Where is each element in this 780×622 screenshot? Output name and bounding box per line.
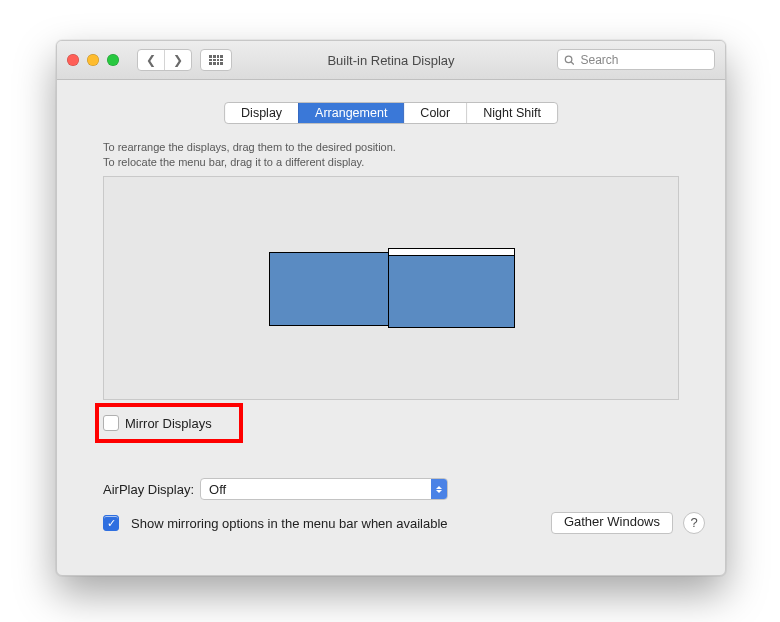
preferences-window: ❮ ❯ Built-in Retina Display [56, 40, 726, 576]
close-window-button[interactable] [67, 54, 79, 66]
search-input[interactable] [578, 52, 708, 68]
show-all-button[interactable] [200, 49, 232, 71]
show-mirroring-label: Show mirroring options in the menu bar w… [131, 516, 448, 531]
tab-arrangement[interactable]: Arrangement [298, 103, 403, 123]
svg-point-0 [565, 56, 572, 63]
display-primary[interactable] [388, 248, 515, 328]
gather-windows-button[interactable]: Gather Windows [551, 512, 673, 534]
chevron-right-icon: ❯ [173, 53, 183, 67]
forward-button[interactable]: ❯ [164, 50, 191, 70]
arrangement-well[interactable] [103, 176, 679, 400]
help-button[interactable]: ? [683, 512, 705, 534]
chevron-left-icon: ❮ [146, 53, 156, 67]
mirror-displays-label: Mirror Displays [125, 416, 212, 431]
grid-icon [209, 55, 223, 65]
titlebar: ❮ ❯ Built-in Retina Display [57, 41, 725, 80]
search-field-wrapper[interactable] [557, 49, 715, 70]
window-controls [67, 54, 119, 66]
hint-line-2: To relocate the menu bar, drag it to a d… [103, 155, 396, 170]
svg-line-1 [571, 61, 574, 64]
zoom-window-button[interactable] [107, 54, 119, 66]
arrangement-hint: To rearrange the displays, drag them to … [103, 140, 396, 170]
tab-color[interactable]: Color [403, 103, 466, 123]
tabs: Display Arrangement Color Night Shift [224, 102, 558, 124]
tab-night-shift[interactable]: Night Shift [466, 103, 557, 123]
search-icon [564, 54, 574, 66]
minimize-window-button[interactable] [87, 54, 99, 66]
show-mirroring-checkbox[interactable] [103, 515, 119, 531]
airplay-popup[interactable]: Off [200, 478, 448, 500]
display-menubar[interactable] [389, 249, 514, 256]
display-secondary[interactable] [269, 252, 389, 326]
popup-stepper-icon [431, 479, 447, 499]
mirror-displays-checkbox[interactable] [103, 415, 119, 431]
hint-line-1: To rearrange the displays, drag them to … [103, 140, 396, 155]
nav-back-forward: ❮ ❯ [137, 49, 192, 71]
back-button[interactable]: ❮ [138, 50, 164, 70]
airplay-value: Off [209, 482, 226, 497]
airplay-label: AirPlay Display: [103, 482, 194, 497]
mirror-displays-row: Mirror Displays [95, 403, 243, 443]
tab-display[interactable]: Display [225, 103, 298, 123]
